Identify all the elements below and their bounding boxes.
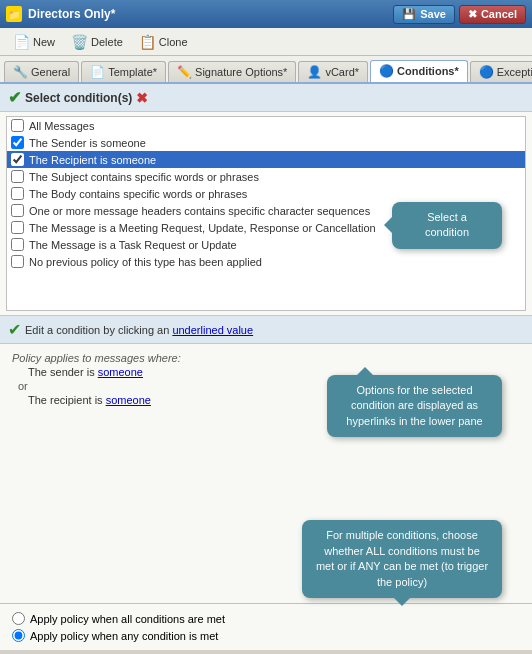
- tab-signature-label: Signature Options*: [195, 66, 287, 78]
- title-bar-left: 📁 Directors Only*: [6, 6, 115, 22]
- edit-header: ✔ Edit a condition by clicking an underl…: [0, 315, 532, 344]
- clone-button[interactable]: 📋 Clone: [132, 31, 195, 53]
- tab-signature[interactable]: ✏️ Signature Options*: [168, 61, 296, 82]
- template-icon: 📄: [90, 65, 105, 79]
- tooltip-lower-pane: Options for the selected condition are d…: [327, 375, 502, 437]
- save-label: Save: [420, 8, 446, 20]
- tab-conditions-label: Conditions*: [397, 65, 459, 77]
- delete-label: Delete: [91, 36, 123, 48]
- condition-checkbox-task-request[interactable]: [11, 238, 24, 251]
- condition-item-no-previous-policy[interactable]: No previous policy of this type has been…: [7, 253, 525, 270]
- tab-template[interactable]: 📄 Template*: [81, 61, 166, 82]
- window-title: Directors Only*: [28, 7, 115, 21]
- condition-checkbox-subject-contains[interactable]: [11, 170, 24, 183]
- condition-label-sender-is-someone: The Sender is someone: [29, 137, 146, 149]
- condition-checkbox-no-previous-policy[interactable]: [11, 255, 24, 268]
- bottom-section: For multiple conditions, choose whether …: [0, 603, 532, 650]
- tab-template-label: Template*: [108, 66, 157, 78]
- policy-label: Policy applies to messages where:: [12, 352, 520, 364]
- radio-all-input[interactable]: [12, 612, 25, 625]
- tab-general-label: General: [31, 66, 70, 78]
- tab-vcard[interactable]: 👤 vCard*: [298, 61, 368, 82]
- condition-checkbox-recipient-is-someone[interactable]: [11, 153, 24, 166]
- condition-item-recipient-is-someone[interactable]: The Recipient is someone: [7, 151, 525, 168]
- title-icon: 📁: [6, 6, 22, 22]
- signature-icon: ✏️: [177, 65, 192, 79]
- condition-label-body-contains: The Body contains specific words or phra…: [29, 188, 247, 200]
- tooltip-select-condition: Select a condition: [392, 202, 502, 249]
- exceptions-icon: 🔵: [479, 65, 494, 79]
- radio-any-condition[interactable]: Apply policy when any condition is met: [12, 627, 520, 644]
- toolbar: 📄 New 🗑️ Delete 📋 Clone: [0, 28, 532, 56]
- save-button[interactable]: 💾 Save: [393, 5, 455, 24]
- radio-all-conditions[interactable]: Apply policy when all conditions are met: [12, 610, 520, 627]
- edit-check-icon: ✔: [8, 320, 21, 339]
- condition-label-all-messages: All Messages: [29, 120, 94, 132]
- sender-link[interactable]: someone: [98, 366, 143, 378]
- condition-label-subject-contains: The Subject contains specific words or p…: [29, 171, 259, 183]
- tab-exceptions-label: Exceptions: [497, 66, 532, 78]
- tooltip2-text: Options for the selected condition are d…: [346, 384, 482, 427]
- main-content: ✔ Select condition(s) ✖ All MessagesThe …: [0, 84, 532, 650]
- cancel-button[interactable]: ✖ Cancel: [459, 5, 526, 24]
- condition-item-subject-contains[interactable]: The Subject contains specific words or p…: [7, 168, 525, 185]
- radio-any-label: Apply policy when any condition is met: [30, 630, 218, 642]
- condition-item-body-contains[interactable]: The Body contains specific words or phra…: [7, 185, 525, 202]
- conditions-header-label: Select condition(s): [25, 91, 132, 105]
- conditions-section-header: ✔ Select condition(s) ✖: [0, 84, 532, 112]
- condition-label-headers-contains: One or more message headers contains spe…: [29, 205, 370, 217]
- conditions-clear-button[interactable]: ✖: [136, 90, 148, 106]
- tooltip3-text: For multiple conditions, choose whether …: [316, 529, 488, 587]
- new-icon: 📄: [13, 34, 30, 50]
- condition-label-meeting-request: The Message is a Meeting Request, Update…: [29, 222, 376, 234]
- general-icon: 🔧: [13, 65, 28, 79]
- radio-all-label: Apply policy when all conditions are met: [30, 613, 225, 625]
- condition-item-sender-is-someone[interactable]: The Sender is someone: [7, 134, 525, 151]
- edit-header-text: Edit a condition by clicking an underlin…: [25, 324, 253, 336]
- condition-checkbox-all-messages[interactable]: [11, 119, 24, 132]
- new-button[interactable]: 📄 New: [6, 31, 62, 53]
- tab-conditions[interactable]: 🔵 Conditions*: [370, 60, 468, 82]
- conditions-icon: 🔵: [379, 64, 394, 78]
- clone-label: Clone: [159, 36, 188, 48]
- tab-bar: 🔧 General 📄 Template* ✏️ Signature Optio…: [0, 56, 532, 84]
- title-bar-actions: 💾 Save ✖ Cancel: [393, 5, 526, 24]
- delete-icon: 🗑️: [71, 34, 88, 50]
- clone-icon: 📋: [139, 34, 156, 50]
- condition-item-all-messages[interactable]: All Messages: [7, 117, 525, 134]
- save-icon: 💾: [402, 8, 416, 21]
- conditions-wrapper: All MessagesThe Sender is someoneThe Rec…: [0, 112, 532, 315]
- tab-exceptions[interactable]: 🔵 Exceptions: [470, 61, 532, 82]
- condition-checkbox-headers-contains[interactable]: [11, 204, 24, 217]
- condition-checkbox-sender-is-someone[interactable]: [11, 136, 24, 149]
- tooltip1-text: Select a condition: [425, 211, 469, 238]
- underlined-value-link[interactable]: underlined value: [172, 324, 253, 336]
- tooltip-multiple-conditions: For multiple conditions, choose whether …: [302, 520, 502, 598]
- sender-label: The sender is: [28, 366, 95, 378]
- condition-label-recipient-is-someone: The Recipient is someone: [29, 154, 156, 166]
- title-bar: 📁 Directors Only* 💾 Save ✖ Cancel: [0, 0, 532, 28]
- tab-vcard-label: vCard*: [325, 66, 359, 78]
- cancel-label: Cancel: [481, 8, 517, 20]
- condition-checkbox-body-contains[interactable]: [11, 187, 24, 200]
- recipient-link[interactable]: someone: [106, 394, 151, 406]
- condition-checkbox-meeting-request[interactable]: [11, 221, 24, 234]
- recipient-label: The recipient is: [28, 394, 103, 406]
- condition-label-task-request: The Message is a Task Request or Update: [29, 239, 237, 251]
- cancel-icon: ✖: [468, 8, 477, 21]
- new-label: New: [33, 36, 55, 48]
- conditions-check-icon: ✔: [8, 88, 21, 107]
- radio-any-input[interactable]: [12, 629, 25, 642]
- vcard-icon: 👤: [307, 65, 322, 79]
- condition-label-no-previous-policy: No previous policy of this type has been…: [29, 256, 262, 268]
- delete-button[interactable]: 🗑️ Delete: [64, 31, 130, 53]
- tab-general[interactable]: 🔧 General: [4, 61, 79, 82]
